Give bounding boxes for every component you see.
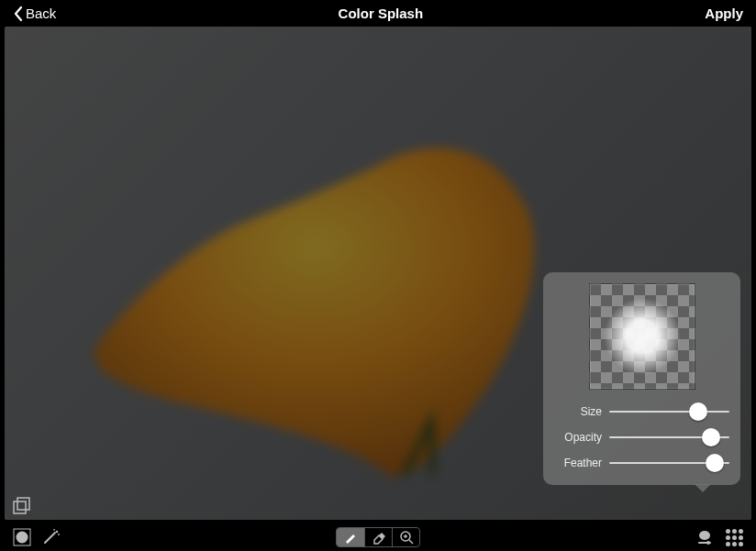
layers-button[interactable] [12, 496, 32, 516]
svg-point-5 [56, 531, 58, 533]
layers-icon [12, 496, 32, 516]
brush-settings-panel: Size Opacity Feather [543, 272, 740, 485]
shape-tool-button[interactable] [11, 526, 33, 548]
size-slider[interactable] [609, 402, 729, 421]
opacity-slider[interactable] [609, 428, 729, 446]
eraser-mode-button[interactable] [364, 528, 392, 546]
svg-line-9 [409, 540, 413, 544]
size-slider-row: Size [554, 402, 729, 421]
brush-mode-button[interactable] [337, 528, 364, 546]
svg-point-3 [17, 532, 28, 544]
magic-wand-button[interactable] [40, 526, 62, 548]
brush-icon [343, 530, 358, 545]
chevron-left-icon [13, 6, 24, 22]
apps-grid-icon [726, 529, 743, 546]
feather-slider[interactable] [609, 454, 729, 472]
brush-settings-icon [695, 528, 714, 546]
header: Back Color Splash Apply [0, 0, 756, 27]
zoom-mode-button[interactable] [392, 528, 419, 546]
magic-wand-icon [41, 528, 61, 546]
eraser-icon [372, 530, 386, 545]
circle-tool-icon [13, 528, 31, 546]
svg-line-4 [45, 533, 55, 543]
svg-rect-0 [14, 501, 26, 513]
mode-segmented-control [336, 527, 420, 547]
feather-slider-row: Feather [554, 454, 729, 472]
opacity-slider-knob[interactable] [702, 428, 720, 446]
svg-point-12 [699, 531, 710, 540]
canvas[interactable]: Size Opacity Feather [5, 27, 751, 520]
footer-toolbar [0, 523, 756, 551]
brush-preview [589, 283, 695, 390]
page-title: Color Splash [339, 6, 424, 21]
size-label: Size [554, 405, 602, 418]
svg-point-14 [706, 541, 710, 545]
feather-slider-knob[interactable] [706, 454, 724, 472]
zoom-in-icon [399, 530, 414, 545]
feather-label: Feather [554, 457, 602, 469]
apply-button[interactable]: Apply [705, 6, 743, 21]
back-label: Back [26, 6, 56, 21]
svg-rect-1 [17, 498, 29, 510]
svg-point-6 [53, 529, 55, 531]
opacity-label: Opacity [554, 431, 602, 444]
size-slider-knob[interactable] [689, 402, 707, 421]
opacity-slider-row: Opacity [554, 428, 729, 446]
brush-settings-button[interactable] [694, 526, 716, 548]
apps-grid-button[interactable] [723, 526, 745, 548]
svg-point-7 [58, 534, 60, 535]
back-button[interactable]: Back [13, 6, 56, 22]
